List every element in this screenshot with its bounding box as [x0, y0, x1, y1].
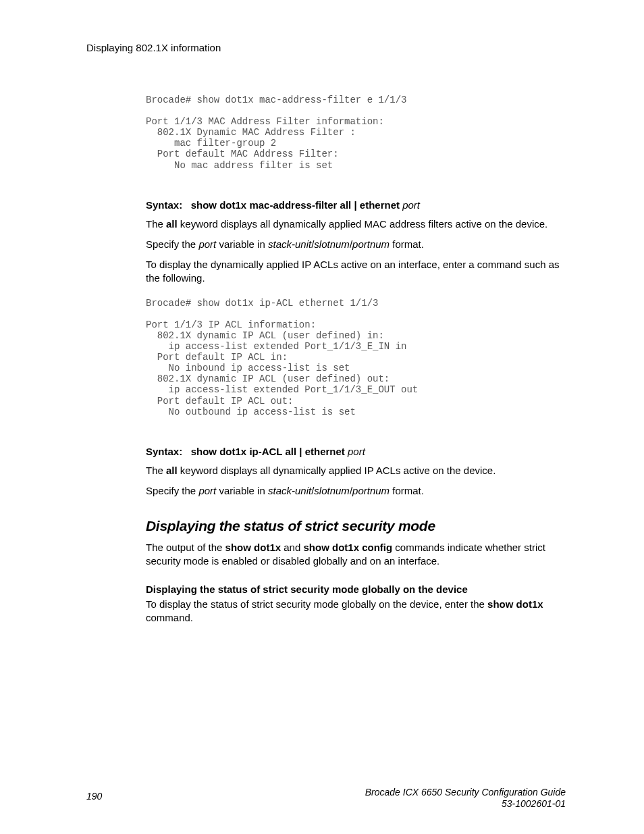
syntax-arg: port [402, 199, 420, 211]
header-title: Displaying 802.1X information [86, 42, 221, 53]
subsection-heading: Displaying the status of strict security… [146, 583, 564, 595]
paragraph: To display the dynamically applied IP AC… [146, 258, 564, 286]
syntax-line-ip-acl: Syntax: show dot1x ip-ACL all | ethernet… [146, 446, 564, 457]
code-block-mac-filter: Brocade# show dot1x mac-address-filter e… [146, 95, 564, 171]
syntax-line-mac-filter: Syntax: show dot1x mac-address-filter al… [146, 199, 564, 211]
paragraph: The all keyword displays all dynamically… [146, 217, 564, 231]
footer-doc-title: Brocade ICX 6650 Security Configuration … [365, 787, 566, 798]
page-header: Displaying 802.1X information [86, 42, 221, 53]
paragraph: The output of the show dot1x and show do… [146, 541, 564, 569]
code-block-ip-acl: Brocade# show dot1x ip-ACL ethernet 1/1/… [146, 298, 564, 417]
syntax-label: Syntax: [146, 199, 182, 211]
paragraph: Specify the port variable in stack-unit/… [146, 238, 564, 251]
section-heading: Displaying the status of strict security… [146, 518, 564, 534]
syntax-command: show dot1x mac-address-filter all | ethe… [191, 199, 400, 211]
syntax-arg: port [348, 446, 365, 457]
syntax-command: show dot1x ip-ACL all | ethernet [191, 446, 345, 457]
syntax-label: Syntax: [146, 446, 182, 457]
paragraph: The all keyword displays all dynamically… [146, 464, 564, 477]
paragraph: Specify the port variable in stack-unit/… [146, 484, 564, 498]
paragraph: To display the status of strict security… [146, 598, 564, 625]
footer-doc-number: 53-1002601-01 [365, 798, 566, 810]
footer-doc-info: Brocade ICX 6650 Security Configuration … [365, 787, 566, 810]
page-number: 190 [86, 791, 102, 802]
page-content: Brocade# show dot1x mac-address-filter e… [146, 95, 564, 625]
